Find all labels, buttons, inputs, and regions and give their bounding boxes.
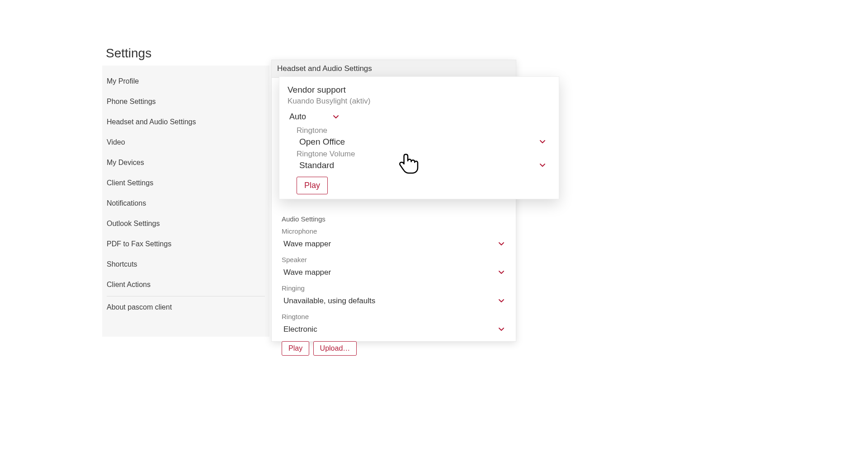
ringing-label: Ringing	[282, 284, 506, 292]
overlay-ringtone-dropdown[interactable]: Open Office	[299, 135, 545, 149]
vendor-support-subtitle: Kuando Busylight (aktiv)	[288, 97, 548, 106]
chevron-down-icon	[540, 139, 545, 145]
vendor-support-title: Vendor support	[288, 85, 548, 95]
sidebar-item-headset-audio[interactable]: Headset and Audio Settings	[102, 112, 269, 132]
chevron-down-icon	[499, 298, 504, 304]
overlay-ringtone-value: Open Office	[299, 137, 345, 147]
sidebar-item-notifications[interactable]: Notifications	[102, 193, 269, 214]
ringing-dropdown[interactable]: Unavailable, using defaults	[282, 294, 506, 308]
overlay-ringtone-label: Ringtone	[297, 126, 548, 135]
vendor-mode-dropdown[interactable]: Auto	[288, 111, 340, 122]
ringtone-dropdown[interactable]: Electronic	[282, 322, 506, 337]
audio-settings-heading: Audio Settings	[282, 215, 506, 223]
page-title: Settings	[106, 46, 151, 61]
panel-header: Headset and Audio Settings	[272, 60, 516, 78]
sidebar-item-client-actions[interactable]: Client Actions	[102, 275, 269, 295]
play-button[interactable]: Play	[282, 341, 309, 356]
chevron-down-icon	[499, 241, 504, 247]
vendor-mode-value: Auto	[289, 112, 306, 122]
chevron-down-icon	[540, 163, 545, 168]
microphone-value: Wave mapper	[283, 240, 331, 249]
chevron-down-icon	[499, 270, 504, 275]
pointer-hand-icon	[395, 151, 420, 175]
ringtone-label: Ringtone	[282, 313, 506, 320]
microphone-dropdown[interactable]: Wave mapper	[282, 237, 506, 251]
settings-sidebar: My Profile Phone Settings Headset and Au…	[102, 66, 269, 337]
microphone-label: Microphone	[282, 227, 506, 235]
sidebar-item-client-settings[interactable]: Client Settings	[102, 173, 269, 193]
ringtone-value: Electronic	[283, 325, 317, 334]
vendor-support-overlay: Vendor support Kuando Busylight (aktiv) …	[279, 76, 559, 199]
sidebar-item-about[interactable]: About pascom client	[102, 297, 269, 318]
sidebar-item-pdf-fax-settings[interactable]: PDF to Fax Settings	[102, 234, 269, 254]
sidebar-item-my-devices[interactable]: My Devices	[102, 153, 269, 173]
chevron-down-icon	[333, 114, 339, 120]
chevron-down-icon	[499, 327, 504, 332]
sidebar-item-phone-settings[interactable]: Phone Settings	[102, 92, 269, 112]
speaker-label: Speaker	[282, 256, 506, 263]
overlay-volume-label: Ringtone Volume	[297, 150, 548, 159]
upload-button[interactable]: Upload…	[313, 341, 357, 356]
sidebar-item-my-profile[interactable]: My Profile	[102, 71, 269, 92]
sidebar-item-video[interactable]: Video	[102, 132, 269, 153]
sidebar-item-outlook-settings[interactable]: Outlook Settings	[102, 214, 269, 234]
overlay-volume-dropdown[interactable]: Standard	[299, 159, 545, 172]
overlay-play-button[interactable]: Play	[297, 177, 328, 194]
sidebar-item-shortcuts[interactable]: Shortcuts	[102, 254, 269, 275]
sidebar-divider	[107, 296, 265, 296]
ringing-value: Unavailable, using defaults	[283, 296, 375, 306]
overlay-volume-value: Standard	[299, 160, 334, 170]
speaker-value: Wave mapper	[283, 268, 331, 277]
speaker-dropdown[interactable]: Wave mapper	[282, 265, 506, 280]
